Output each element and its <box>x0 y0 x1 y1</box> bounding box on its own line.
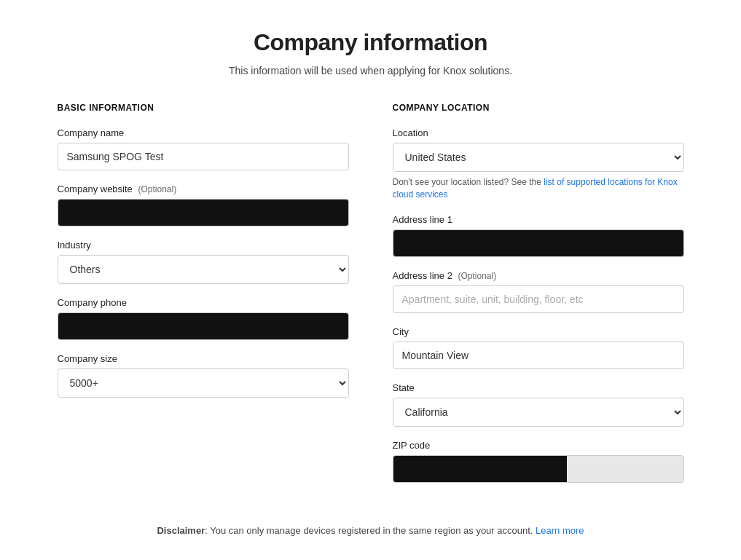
company-phone-label: Company phone <box>58 297 349 308</box>
basic-information-section: BASIC INFORMATION Company name Company w… <box>58 103 349 496</box>
zip-empty-area <box>567 456 683 482</box>
location-select[interactable]: United States Canada United Kingdom Germ… <box>393 143 684 172</box>
city-group: City <box>393 326 684 369</box>
address2-input[interactable] <box>393 285 684 313</box>
basic-section-title: BASIC INFORMATION <box>58 103 349 113</box>
company-website-input[interactable] <box>58 199 349 226</box>
industry-group: Industry Others Technology Finance Healt… <box>58 240 349 284</box>
location-group: Location United States Canada United Kin… <box>393 127 684 201</box>
company-size-label: Company size <box>58 353 349 364</box>
company-name-label: Company name <box>58 127 349 138</box>
disclaimer-bold: Disclaimer <box>157 525 205 536</box>
page-subtitle: This information will be used when apply… <box>15 65 726 76</box>
address2-label: Address line 2 (Optional) <box>393 270 684 281</box>
industry-select[interactable]: Others Technology Finance Healthcare Edu… <box>58 255 349 284</box>
company-phone-group: Company phone <box>58 297 349 340</box>
company-name-input[interactable] <box>58 143 349 170</box>
company-size-select[interactable]: 1-50 51-200 201-500 501-1000 1001-5000 5… <box>58 368 349 398</box>
company-phone-input[interactable] <box>58 312 349 340</box>
address1-input[interactable] <box>393 229 684 257</box>
industry-label: Industry <box>58 240 349 251</box>
zip-input[interactable] <box>393 456 568 482</box>
address2-group: Address line 2 (Optional) <box>393 270 684 313</box>
address1-group: Address line 1 <box>393 214 684 257</box>
company-website-label: Company website (Optional) <box>58 184 349 194</box>
company-name-group: Company name <box>58 127 349 170</box>
page-title: Company information <box>15 29 726 56</box>
location-label: Location <box>393 127 684 138</box>
company-website-group: Company website (Optional) <box>58 184 349 226</box>
zip-group: ZIP code <box>393 440 684 483</box>
address1-label: Address line 1 <box>393 214 684 225</box>
city-label: City <box>393 326 684 337</box>
zip-label: ZIP code <box>393 440 684 451</box>
zip-input-wrapper <box>393 455 684 483</box>
state-label: State <box>393 382 684 393</box>
city-input[interactable] <box>393 342 684 369</box>
company-size-group: Company size 1-50 51-200 201-500 501-100… <box>58 353 349 398</box>
disclaimer: Disclaimer: You can only manage devices … <box>15 525 726 536</box>
location-hint: Don't see your location listed? See the … <box>393 176 684 201</box>
state-group: State Alabama Alaska Arizona Arkansas Ca… <box>393 382 684 427</box>
disclaimer-text: : You can only manage devices registered… <box>205 525 536 536</box>
state-select[interactable]: Alabama Alaska Arizona Arkansas Californ… <box>393 398 684 427</box>
location-section-title: COMPANY LOCATION <box>393 103 684 113</box>
location-section: COMPANY LOCATION Location United States … <box>393 103 684 496</box>
disclaimer-link[interactable]: Learn more <box>536 525 584 536</box>
